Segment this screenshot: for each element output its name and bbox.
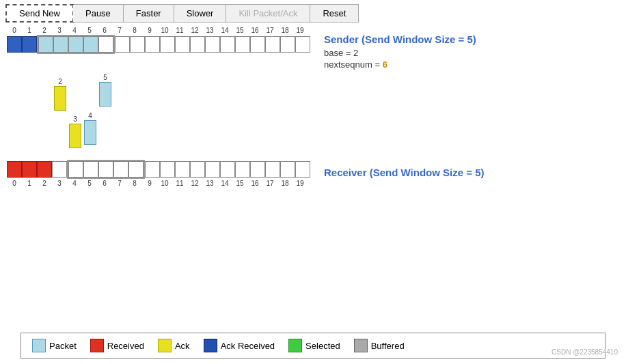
sender-pkt-7[interactable]: [115, 36, 130, 53]
legend-packet: Packet: [32, 339, 77, 352]
inflight-pkt-2[interactable]: 2: [54, 78, 66, 111]
sender-section: 0 1 2 3 4 5 6 7 8 9 10 11 12 13 14 15 16…: [0, 27, 626, 71]
sender-pkt-16[interactable]: [250, 36, 265, 53]
legend-ack-label: Ack: [175, 341, 190, 351]
sender-pkt-8[interactable]: [130, 36, 145, 53]
sender-pkt-13[interactable]: [205, 36, 220, 53]
legend-received-label: Received: [107, 341, 144, 351]
sender-pkt-10[interactable]: [160, 36, 175, 53]
kill-packet-button: Kill Packet/Ack: [226, 5, 310, 22]
recv-pkt-19[interactable]: [295, 161, 310, 178]
sender-pkt-2[interactable]: [38, 36, 53, 53]
sender-pkt-0[interactable]: [7, 36, 22, 53]
inflight-area: 2 5 3 4: [24, 71, 626, 160]
receiver-info-panel: Receiver (Send Window Size = 5): [310, 160, 485, 178]
sender-pkt-19[interactable]: [295, 36, 310, 53]
legend-ack-received-label: Ack Received: [221, 341, 275, 351]
sender-title: Sender (Send Window Size = 5): [324, 33, 476, 45]
sender-pkt-6[interactable]: [98, 36, 113, 53]
ack-pkt-3: [69, 124, 81, 148]
light-blue-pkt-4: [84, 120, 96, 145]
receiver-title: Receiver (Send Window Size = 5): [324, 167, 485, 178]
recv-pkt-16[interactable]: [250, 161, 265, 178]
inflight-pkt-3[interactable]: 3: [69, 115, 81, 148]
recv-pkt-15[interactable]: [235, 161, 250, 178]
slower-button[interactable]: Slower: [174, 5, 227, 22]
recv-pkt-11[interactable]: [175, 161, 190, 178]
legend-buffered: Buffered: [354, 339, 405, 352]
legend-buffered-box: [354, 339, 368, 352]
sender-window-group: [37, 35, 115, 54]
receiver-section: 0 1 2 3 4 5 6 7 8 9 10 11 12 13 14 15 16…: [0, 160, 626, 187]
legend-selected: Selected: [288, 339, 340, 352]
receiver-packet-row: [7, 160, 310, 179]
ack-pkt-2: [54, 86, 66, 111]
recv-pkt-13[interactable]: [205, 161, 220, 178]
inflight-pkt-5[interactable]: 5: [99, 74, 111, 107]
sender-visual: 0 1 2 3 4 5 6 7 8 9 10 11 12 13 14 15 16…: [7, 27, 310, 54]
sender-pkt-5[interactable]: [83, 36, 98, 53]
recv-pkt-18[interactable]: [280, 161, 295, 178]
recv-pkt-9[interactable]: [145, 161, 160, 178]
recv-pkt-14[interactable]: [220, 161, 235, 178]
reset-button[interactable]: Reset: [310, 5, 358, 22]
sender-nextseq-value: 6: [383, 59, 387, 70]
watermark: CSDN @2235854410: [552, 348, 618, 356]
sender-nextseq: nextseqnum = 6: [324, 59, 476, 70]
recv-pkt-1[interactable]: [22, 161, 37, 178]
recv-pkt-0[interactable]: [7, 161, 22, 178]
recv-pkt-5[interactable]: [83, 161, 98, 178]
send-new-button[interactable]: Send New: [5, 4, 74, 23]
legend-ack: Ack: [158, 339, 190, 352]
receiver-seq-numbers: 0 1 2 3 4 5 6 7 8 9 10 11 12 13 14 15 16…: [7, 180, 310, 187]
sender-pkt-11[interactable]: [175, 36, 190, 53]
sender-info-panel: Sender (Send Window Size = 5) base = 2 n…: [310, 27, 476, 71]
sender-pkt-9[interactable]: [145, 36, 160, 53]
legend-packet-box: [32, 339, 46, 352]
sender-pkt-17[interactable]: [265, 36, 280, 53]
sender-pkt-12[interactable]: [190, 36, 205, 53]
recv-pkt-2[interactable]: [37, 161, 52, 178]
sender-seq-numbers: 0 1 2 3 4 5 6 7 8 9 10 11 12 13 14 15 16…: [7, 27, 310, 34]
recv-pkt-7[interactable]: [113, 161, 128, 178]
sender-pkt-15[interactable]: [235, 36, 250, 53]
legend: Packet Received Ack Ack Received Selecte…: [21, 333, 605, 359]
inflight-pkt-4[interactable]: 4: [84, 112, 96, 145]
recv-pkt-8[interactable]: [128, 161, 144, 178]
legend-received-box: [90, 339, 104, 352]
legend-packet-label: Packet: [49, 341, 77, 351]
sender-pkt-14[interactable]: [220, 36, 235, 53]
legend-ack-received-box: [204, 339, 217, 352]
recv-pkt-4[interactable]: [68, 161, 83, 178]
legend-ack-received: Ack Received: [204, 339, 275, 352]
sender-pkt-3[interactable]: [53, 36, 68, 53]
toolbar: Send New Pause Faster Slower Kill Packet…: [5, 4, 359, 23]
sender-pkt-4[interactable]: [68, 36, 83, 53]
sender-pkt-1[interactable]: [22, 36, 37, 53]
sender-packet-row: [7, 35, 310, 54]
faster-button[interactable]: Faster: [124, 5, 174, 22]
legend-received: Received: [90, 339, 144, 352]
pause-button[interactable]: Pause: [73, 5, 124, 22]
legend-selected-label: Selected: [305, 341, 340, 351]
recv-pkt-12[interactable]: [190, 161, 205, 178]
recv-pkt-10[interactable]: [160, 161, 175, 178]
legend-buffered-label: Buffered: [371, 341, 405, 351]
receiver-visual: 0 1 2 3 4 5 6 7 8 9 10 11 12 13 14 15 16…: [7, 160, 310, 187]
recv-pkt-3[interactable]: [52, 161, 67, 178]
receiver-window-group: [67, 160, 145, 179]
recv-pkt-6[interactable]: [98, 161, 113, 178]
light-blue-pkt-5: [99, 82, 111, 107]
recv-pkt-17[interactable]: [265, 161, 280, 178]
legend-selected-box: [288, 339, 302, 352]
sender-base: base = 2: [324, 48, 476, 58]
sender-pkt-18[interactable]: [280, 36, 295, 53]
legend-ack-box: [158, 339, 172, 352]
